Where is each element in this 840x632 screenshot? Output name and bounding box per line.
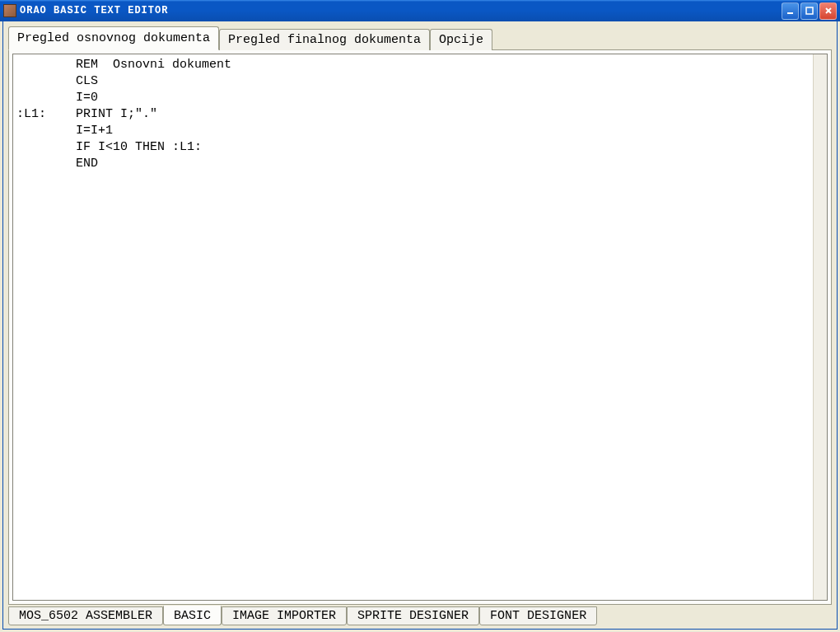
svg-rect-0 bbox=[787, 12, 793, 14]
client-area: Pregled osnovnog dokumenta Pregled final… bbox=[2, 21, 838, 630]
close-button[interactable] bbox=[819, 2, 837, 20]
tab-sprite-designer[interactable]: SPRITE DESIGNER bbox=[347, 606, 479, 625]
tab-font-designer[interactable]: FONT DESIGNER bbox=[479, 606, 597, 625]
svg-rect-1 bbox=[806, 7, 813, 14]
editor-frame: REM Osnovni dokument CLS I=0 :L1: PRINT … bbox=[12, 54, 828, 601]
editor-panel: REM Osnovni dokument CLS I=0 :L1: PRINT … bbox=[8, 49, 832, 605]
vertical-scrollbar[interactable] bbox=[813, 54, 827, 600]
tab-basic-document[interactable]: Pregled osnovnog dokumenta bbox=[8, 26, 219, 50]
code-editor[interactable]: REM Osnovni dokument CLS I=0 :L1: PRINT … bbox=[13, 54, 813, 600]
minimize-button[interactable] bbox=[782, 2, 799, 20]
titlebar: ORAO BASIC TEXT EDITOR bbox=[0, 0, 840, 21]
upper-tab-bar: Pregled osnovnog dokumenta Pregled final… bbox=[8, 26, 832, 49]
tab-assembler[interactable]: MOS_6502 ASSEMBLER bbox=[8, 606, 163, 625]
tab-options[interactable]: Opcije bbox=[430, 29, 492, 50]
lower-tab-bar: MOS_6502 ASSEMBLER BASIC IMAGE IMPORTER … bbox=[8, 606, 832, 625]
window-title: ORAO BASIC TEXT EDITOR bbox=[20, 5, 782, 16]
window-controls bbox=[782, 2, 837, 20]
app-icon bbox=[3, 4, 16, 17]
tab-final-document[interactable]: Pregled finalnog dokumenta bbox=[219, 29, 430, 50]
tab-image-importer[interactable]: IMAGE IMPORTER bbox=[222, 606, 347, 625]
tab-basic[interactable]: BASIC bbox=[163, 606, 222, 625]
maximize-button[interactable] bbox=[800, 2, 818, 20]
